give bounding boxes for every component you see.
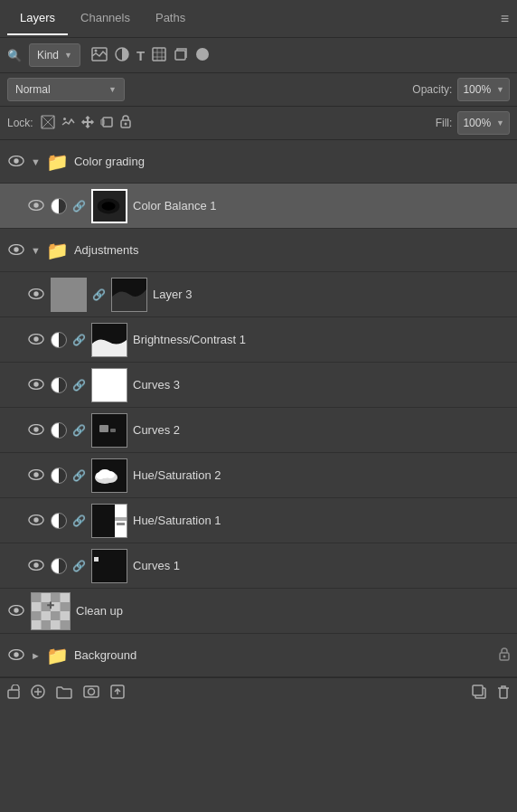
blend-mode-row: Normal ▼ Opacity: 100% ▼ [0,73,517,107]
svg-point-73 [89,689,95,695]
delete-layer-icon[interactable] [497,685,510,702]
chain-link-icon: 🔗 [72,424,86,437]
svg-rect-58 [32,592,42,601]
layer-row[interactable]: 🔗 Layer 3 [0,272,517,317]
bottom-bar [0,677,517,708]
kind-dropdown[interactable]: Kind ▼ [29,43,80,67]
svg-point-18 [101,202,115,210]
layer-row[interactable]: ► 📁 Background [0,634,517,677]
svg-point-26 [33,336,38,341]
adjustment-layer-icon [51,198,67,214]
opacity-value[interactable]: 100% [463,83,491,96]
panel-menu[interactable]: ≡ [501,11,510,27]
opacity-group: Opacity: 100% ▼ [412,78,510,101]
layer-row[interactable]: Clean up [0,589,517,634]
filter-shape-icon[interactable] [152,47,166,64]
svg-rect-65 [61,620,70,629]
svg-point-5 [196,48,209,61]
visibility-icon[interactable] [27,514,45,528]
layer-row[interactable]: 🔗 Curves 1 [0,543,517,589]
layer-mask-thumbnail [111,278,147,312]
visibility-icon[interactable] [27,333,45,347]
lock-row: Lock: Fill: [0,107,517,140]
lock-all-icon[interactable] [120,115,131,131]
folder-icon: 📁 [46,151,69,173]
layer-name: Adjustments [74,243,510,257]
add-style-icon[interactable] [110,685,125,702]
svg-point-52 [33,562,38,567]
filter-fill-icon[interactable] [195,47,210,64]
tab-channels[interactable]: Channels [68,2,143,35]
search-icon: 🔍 [7,49,22,62]
svg-rect-61 [61,601,70,610]
layer-name: Layer 3 [153,288,510,301]
visibility-icon[interactable] [7,604,25,618]
filter-type-icon[interactable]: T [136,48,145,63]
blend-mode-dropdown[interactable]: Normal ▼ [7,78,125,101]
visibility-icon[interactable] [27,423,45,438]
tab-layers[interactable]: Layers [7,2,68,35]
layer-row[interactable]: 🔗 Brightness/Contrast 1 [0,317,517,363]
adjustment-layer-icon [51,558,67,574]
layer-name: Hue/Saturation 1 [133,514,510,527]
visibility-icon[interactable] [27,199,45,213]
layer-row[interactable]: ▼ 📁 Color grading [0,140,517,184]
tab-paths[interactable]: Paths [143,2,198,35]
add-adjustment-icon[interactable] [31,685,45,702]
layer-row[interactable]: 🔗 Curves 2 [0,408,517,453]
expand-chevron-icon[interactable]: ▼ [31,245,41,256]
layer-row[interactable]: 🔗 Hue/Saturation 1 [0,498,517,543]
opacity-chevron-icon: ▼ [496,85,504,94]
filter-adjustment-icon[interactable] [115,47,129,64]
folder-icon: 📁 [46,240,69,261]
lock-transparent-icon[interactable] [41,115,55,132]
visibility-icon[interactable] [27,559,45,573]
filter-row: 🔍 Kind ▼ T [0,38,517,73]
add-mask-icon[interactable] [83,685,99,702]
chain-link-icon: 🔗 [72,334,86,346]
svg-point-13 [14,158,18,163]
layer-name: Curves 1 [133,559,510,572]
layer-mask-thumbnail [91,413,127,448]
fill-value[interactable]: 100% [463,117,491,129]
fill-label: Fill: [436,117,453,129]
filter-smart-icon[interactable] [174,47,188,64]
svg-point-37 [33,472,38,477]
visibility-icon[interactable] [27,468,45,483]
visibility-icon[interactable] [27,288,45,302]
filter-image-icon[interactable] [91,47,108,64]
lock-artboard-icon[interactable] [100,115,115,132]
svg-point-20 [14,247,18,251]
svg-rect-50 [117,523,125,525]
layer-name: Background [74,648,494,662]
svg-point-15 [33,203,38,207]
svg-point-69 [503,655,506,657]
layer-row[interactable]: 🔗 Hue/Saturation 2 [0,453,517,498]
svg-rect-76 [473,685,483,695]
layer-row[interactable]: 🔗 Curves 3 [0,363,517,408]
visibility-icon[interactable] [7,155,25,169]
svg-point-32 [33,427,38,431]
svg-rect-60 [42,601,52,610]
chain-link-icon: 🔗 [72,560,86,572]
link-layers-icon[interactable] [7,685,20,702]
svg-point-1 [94,49,97,52]
svg-rect-48 [92,505,115,537]
add-folder-icon[interactable] [56,685,72,702]
visibility-icon[interactable] [7,243,25,258]
lock-label: Lock: [7,117,33,129]
lock-position-icon[interactable] [80,115,95,132]
lock-image-icon[interactable] [61,116,75,131]
layer-row[interactable]: 🔗 Color Balance 1 [0,184,517,229]
add-new-layer-icon[interactable] [472,685,486,702]
visibility-icon[interactable] [7,648,25,663]
visibility-icon[interactable] [27,378,45,392]
layer-mask-thumbnail [91,504,127,538]
expand-chevron-icon[interactable]: ▼ [31,156,41,167]
collapse-chevron-icon[interactable]: ► [31,650,41,661]
layer-row[interactable]: ▼ 📁 Adjustments [0,229,517,272]
adjustment-layer-icon [51,332,67,348]
layer-name: Color Balance 1 [133,199,510,212]
svg-rect-59 [51,592,61,601]
svg-rect-30 [92,369,127,401]
